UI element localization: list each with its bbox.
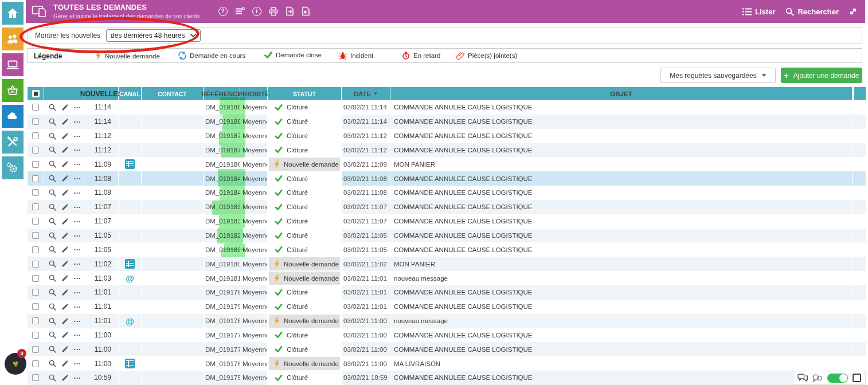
edit-row-button[interactable] [61,203,69,211]
sidebar-item-basket[interactable] [2,79,24,102]
saved-queries-button[interactable]: Mes requêtes sauvegardées [660,68,776,83]
edit-row-button[interactable] [61,274,69,282]
table-row[interactable]: ••• 11:14 @ DM_019188 Moyenne Clôturé 03… [28,115,866,129]
table-row[interactable]: ••• 11:00 @ DM_019176 Moyenne Nouvelle d… [28,356,866,371]
row-checkbox[interactable] [32,189,39,196]
row-checkbox[interactable] [32,246,39,253]
row-checkbox[interactable] [32,132,39,139]
more-actions-button[interactable]: ••• [74,219,81,224]
more-actions-button[interactable]: ••• [74,304,81,309]
stop-square-button[interactable] [853,374,861,382]
table-row[interactable]: ••• 11:08 @ DM_019184 Moyenne Clôturé 03… [28,186,866,200]
more-actions-button[interactable]: ••• [74,233,81,238]
row-checkbox[interactable] [32,374,39,381]
export-doc-icon[interactable] [286,6,294,16]
row-checkbox[interactable] [32,104,39,111]
table-row[interactable]: ••• 11:05 @ DM_019182 Moyenne Clôturé 03… [28,242,866,257]
more-actions-button[interactable]: ••• [74,247,81,252]
sidebar-item-home[interactable] [2,2,24,25]
more-actions-button[interactable]: ••• [74,361,81,366]
expand-icon[interactable] [849,7,857,15]
help-icon[interactable]: ? [218,7,228,16]
zoom-row-button[interactable] [49,218,56,225]
column-date[interactable]: DATE▼ [342,87,390,100]
row-checkbox[interactable] [32,232,39,239]
more-actions-button[interactable]: ••• [74,332,81,337]
chat-bubbles-icon[interactable] [797,374,808,382]
zoom-row-button[interactable] [49,345,56,353]
rechercher-button[interactable]: Rechercher [785,7,839,16]
table-row[interactable]: ••• 11:12 @ DM_019187 Moyenne Clôturé 03… [28,129,866,143]
edit-row-button[interactable] [61,118,69,125]
column-nouvelles[interactable]: NOUVELLES [84,87,119,100]
zoom-row-button[interactable] [49,132,56,140]
row-checkbox[interactable] [32,289,39,296]
more-actions-button[interactable]: ••• [74,147,81,152]
edit-row-button[interactable] [61,289,69,296]
zoom-row-button[interactable] [49,175,56,182]
row-checkbox[interactable] [32,175,39,182]
zoom-row-button[interactable] [49,203,56,211]
row-checkbox[interactable] [32,332,39,339]
table-row[interactable]: ••• 11:03 @ DM_019181 Moyenne Nouvelle d… [28,271,866,285]
table-row[interactable]: ••• 11:09 @ DM_019186 Moyenne Nouvelle d… [28,157,866,171]
more-actions-button[interactable]: ••• [74,375,81,380]
print-icon[interactable] [269,7,278,16]
edit-row-button[interactable] [61,175,69,182]
edit-row-button[interactable] [61,218,69,225]
column-contact[interactable]: CONTACT [142,87,204,100]
edit-row-button[interactable] [61,104,69,111]
column-objet[interactable]: OBJET [390,87,853,100]
lister-button[interactable]: Lister [742,7,775,16]
edit-row-button[interactable] [61,345,69,353]
zoom-row-button[interactable] [49,374,56,382]
row-checkbox[interactable] [32,203,39,210]
table-row[interactable]: ••• 11:07 @ DM_019183 Moyenne Clôturé 03… [28,200,866,214]
new-requests-period-select[interactable]: des dernières 48 heures [106,29,201,42]
edit-row-button[interactable] [61,317,69,325]
row-checkbox[interactable] [32,161,39,168]
sidebar-item-tools[interactable] [2,131,24,154]
more-actions-button[interactable]: ••• [74,205,81,210]
row-checkbox[interactable] [32,218,39,225]
table-row[interactable]: ••• 11:01 @ DM_019178 Moyenne Nouvelle d… [28,314,866,328]
zoom-row-button[interactable] [49,260,56,268]
table-row[interactable]: ••• 10:59 @ DM_019175 Moyenne Clôturé 03… [28,371,866,385]
zoom-row-button[interactable] [49,160,56,168]
edit-row-button[interactable] [61,132,69,140]
more-actions-button[interactable]: ••• [74,133,81,139]
zoom-row-button[interactable] [49,104,56,111]
info-icon[interactable]: i [252,7,261,16]
zoom-row-button[interactable] [49,289,56,296]
speech-circles-icon[interactable] [812,374,822,382]
zoom-row-button[interactable] [49,146,56,154]
edit-row-button[interactable] [61,374,69,382]
zoom-row-button[interactable] [49,360,56,367]
import-doc-icon[interactable] [302,6,310,16]
zoom-row-button[interactable] [49,118,56,125]
edit-row-button[interactable] [61,232,69,239]
zoom-row-button[interactable] [49,189,56,197]
table-row[interactable]: ••• 11:02 @ DM_019180 Moyenne Nouvelle d… [28,257,866,271]
row-checkbox[interactable] [32,147,39,154]
table-row[interactable]: ••• 11:08 @ DM_019184 Moyenne Clôturé 03… [28,171,866,186]
more-actions-button[interactable]: ••• [74,347,81,352]
column-statut[interactable]: STATUT [268,87,342,100]
sidebar-item-screen[interactable] [2,53,24,76]
edit-row-button[interactable] [61,189,69,197]
zoom-row-button[interactable] [49,317,56,325]
availability-toggle[interactable] [827,374,849,383]
more-actions-button[interactable]: ••• [74,119,81,124]
column-canal[interactable]: CANAL [119,87,142,100]
edit-row-button[interactable] [61,260,69,268]
zoom-row-button[interactable] [49,232,56,239]
table-row[interactable]: ••• 11:01 @ DM_019179 Moyenne Clôturé 03… [28,300,866,314]
table-row[interactable]: ••• 11:14 @ DM_019188 Moyenne Clôturé 03… [28,100,866,115]
more-actions-button[interactable]: ••• [74,162,81,167]
zoom-row-button[interactable] [49,274,56,282]
row-checkbox[interactable] [32,118,39,125]
row-checkbox[interactable] [32,275,39,282]
row-checkbox[interactable] [32,360,39,367]
edit-row-button[interactable] [61,360,69,367]
layers-icon[interactable] [235,7,245,15]
